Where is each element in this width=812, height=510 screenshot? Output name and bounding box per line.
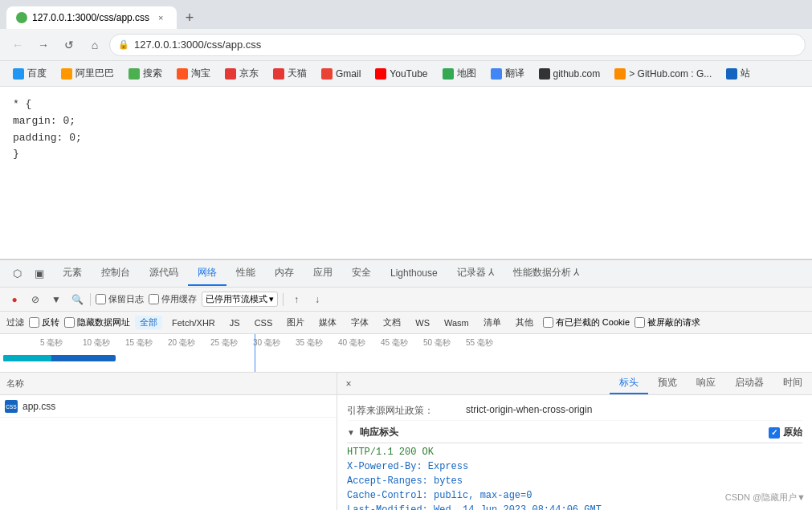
- bookmark-youtube[interactable]: YouTube: [369, 67, 434, 81]
- tab-title: 127.0.0.1:3000/css/app.css: [32, 12, 149, 23]
- filter-font[interactable]: 字体: [346, 316, 373, 329]
- hide-data-urls-label: 隐藏数据网址: [77, 316, 130, 328]
- invert-input[interactable]: [29, 317, 39, 328]
- filter-manifest[interactable]: 清单: [479, 316, 506, 329]
- timeline-label-45ms: 45 毫秒: [381, 337, 408, 349]
- new-tab-button[interactable]: +: [178, 6, 201, 29]
- tab-elements[interactable]: 元素: [53, 261, 92, 286]
- bookmark-jd[interactable]: 京东: [218, 65, 265, 82]
- tab-console[interactable]: 控制台: [92, 261, 140, 286]
- tab-perf-insights[interactable]: 性能数据分析 ⅄: [504, 261, 589, 286]
- record-button[interactable]: ●: [6, 292, 22, 308]
- filter-wasm[interactable]: Wasm: [439, 317, 474, 328]
- last-modified-row: Last-Modified: Wed, 14 Jun 2023 08:44:06…: [347, 503, 802, 510]
- bookmark-map[interactable]: 地图: [436, 65, 483, 82]
- disable-cache-input[interactable]: [149, 294, 159, 304]
- device-icon[interactable]: ▣: [29, 263, 50, 284]
- tab-performance[interactable]: 性能: [226, 261, 265, 286]
- detail-tab-response[interactable]: 响应: [687, 373, 725, 394]
- bookmark-search[interactable]: 搜索: [122, 65, 169, 82]
- disable-cache-checkbox[interactable]: 停用缓存: [149, 293, 197, 305]
- home-button[interactable]: ⌂: [84, 34, 106, 56]
- preserve-log-input[interactable]: [96, 294, 106, 304]
- tab-close-button[interactable]: ×: [154, 11, 167, 24]
- search-button[interactable]: 🔍: [69, 292, 85, 308]
- devtools-tab-bar: ⬡ ▣ 元素 控制台 源代码 网络 性能 内存 应用 安全 Lighthouse…: [0, 260, 812, 288]
- timeline-label-40ms: 40 毫秒: [338, 337, 365, 349]
- blocked-cookies-input[interactable]: [543, 317, 553, 328]
- filter-img[interactable]: 图片: [282, 316, 309, 329]
- blocked-requests-input[interactable]: [635, 317, 645, 328]
- bookmark-tianmao[interactable]: 天猫: [267, 65, 313, 82]
- bookmark-alibaba[interactable]: 阿里巴巴: [55, 65, 120, 82]
- filter-js[interactable]: JS: [225, 317, 245, 328]
- download-icon[interactable]: ↓: [309, 292, 325, 308]
- close-panel-button[interactable]: ×: [341, 376, 357, 392]
- address-bar[interactable]: 🔒 127.0.0.1:3000/css/app.css: [109, 34, 806, 56]
- navigation-bar: ← → ↺ ⌂ 🔒 127.0.0.1:3000/css/app.css: [0, 29, 812, 61]
- blocked-cookies-label: 有已拦截的 Cookie: [556, 316, 630, 328]
- file-row-appcss[interactable]: css app.css: [0, 395, 337, 418]
- tab-recorder[interactable]: 记录器 ⅄: [447, 261, 504, 286]
- response-headers-label: 响应标头: [360, 426, 398, 439]
- code-line4: }: [13, 146, 799, 163]
- tab-lighthouse[interactable]: Lighthouse: [381, 263, 447, 285]
- bookmark-label: 百度: [27, 67, 47, 80]
- invert-checkbox[interactable]: 反转: [29, 316, 59, 328]
- detail-tab-headers[interactable]: 标头: [610, 373, 648, 394]
- tab-network[interactable]: 网络: [188, 261, 226, 286]
- bookmark-baidu[interactable]: 百度: [6, 65, 53, 82]
- bookmark-taobao[interactable]: 淘宝: [170, 65, 217, 82]
- detail-tab-preview[interactable]: 预览: [648, 373, 687, 394]
- name-column-header: 名称: [0, 373, 31, 394]
- bookmark-label: 翻译: [505, 67, 524, 80]
- tab-memory[interactable]: 内存: [265, 261, 304, 286]
- forward-button[interactable]: →: [32, 34, 55, 56]
- tianmao-icon: [273, 68, 284, 80]
- clear-button[interactable]: ⊘: [27, 292, 43, 308]
- section-expand-icon: ▼: [347, 428, 355, 437]
- tab-security[interactable]: 安全: [342, 261, 381, 286]
- bookmark-label: 阿里巴巴: [75, 67, 114, 80]
- filter-all[interactable]: 全部: [135, 316, 162, 329]
- hide-data-urls-input[interactable]: [64, 317, 75, 328]
- filter-doc[interactable]: 文档: [378, 316, 406, 329]
- blocked-requests-checkbox[interactable]: 被屏蔽的请求: [635, 316, 700, 328]
- throttle-dropdown[interactable]: 已停用节流模式 ▾: [202, 292, 278, 307]
- bookmark-gmail[interactable]: Gmail: [315, 67, 367, 81]
- bookmark-label: 京东: [239, 67, 259, 80]
- timeline-label-25ms: 25 毫秒: [210, 337, 238, 349]
- inspect-icon[interactable]: ⬡: [6, 263, 27, 284]
- detail-tab-initiator[interactable]: 启动器: [725, 373, 773, 394]
- timeline-label-15ms: 15 毫秒: [125, 337, 153, 349]
- filter-fetch-xhr[interactable]: Fetch/XHR: [167, 317, 220, 328]
- raw-checkbox[interactable]: ✓: [769, 427, 780, 439]
- filter-media[interactable]: 媒体: [314, 316, 341, 329]
- bookmark-site[interactable]: 站: [720, 65, 757, 82]
- blocked-cookies-checkbox[interactable]: 有已拦截的 Cookie: [543, 316, 630, 328]
- blocked-requests-label: 被屏蔽的请求: [647, 316, 700, 328]
- bookmark-github2[interactable]: > GitHub.com : G...: [608, 67, 718, 81]
- preserve-log-label: 保留日志: [108, 293, 144, 305]
- hide-data-urls-checkbox[interactable]: 隐藏数据网址: [64, 316, 130, 328]
- tab-application[interactable]: 应用: [304, 261, 342, 286]
- bookmark-github[interactable]: github.com: [532, 67, 607, 81]
- watermark: CSDN @隐藏用户▼: [725, 492, 806, 504]
- filter-button[interactable]: ▼: [48, 292, 64, 308]
- filter-other[interactable]: 其他: [511, 316, 538, 329]
- reload-button[interactable]: ↺: [58, 34, 80, 56]
- jd-icon: [225, 68, 236, 80]
- active-tab[interactable]: 127.0.0.1:3000/css/app.css ×: [6, 6, 177, 29]
- bookmark-label: Gmail: [336, 68, 361, 80]
- tab-sources[interactable]: 源代码: [140, 261, 188, 286]
- filter-css[interactable]: CSS: [250, 317, 278, 328]
- upload-icon[interactable]: ↑: [288, 292, 304, 308]
- filter-ws[interactable]: WS: [410, 317, 435, 328]
- lock-icon: 🔒: [118, 39, 129, 50]
- throttle-label: 已停用节流模式: [206, 293, 267, 305]
- timeline-label-10ms: 10 毫秒: [83, 337, 110, 349]
- bookmark-translate[interactable]: 翻译: [484, 65, 531, 82]
- detail-tab-timing[interactable]: 时间: [773, 373, 812, 394]
- back-button[interactable]: ←: [6, 34, 29, 56]
- preserve-log-checkbox[interactable]: 保留日志: [96, 293, 144, 305]
